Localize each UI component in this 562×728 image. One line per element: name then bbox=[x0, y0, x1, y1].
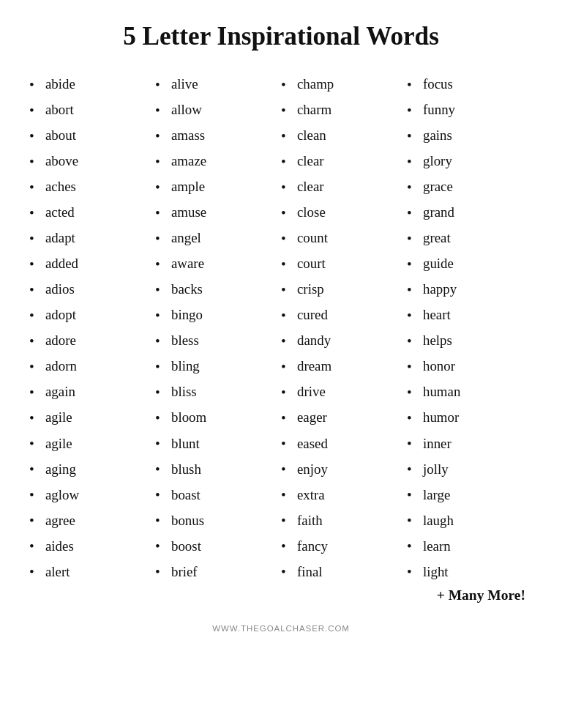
word-text: funny bbox=[423, 98, 455, 122]
list-item: •aches bbox=[29, 174, 155, 200]
list-item: •adorn bbox=[29, 354, 155, 379]
word-text: crisp bbox=[297, 278, 324, 301]
bullet-icon: • bbox=[29, 175, 42, 199]
bullet-icon: • bbox=[407, 73, 420, 97]
bullet-icon: • bbox=[155, 278, 168, 302]
list-item: •champ bbox=[281, 72, 407, 97]
list-item: •clear bbox=[281, 149, 407, 174]
word-text: bliss bbox=[171, 380, 197, 404]
list-item: •adopt bbox=[29, 302, 155, 328]
list-item: •focus bbox=[407, 72, 533, 97]
list-item: •inner bbox=[407, 431, 533, 456]
word-text: abide bbox=[45, 73, 75, 96]
bullet-icon: • bbox=[29, 303, 42, 327]
word-text: guide bbox=[423, 252, 454, 275]
page-title: 5 Letter Inspirational Words bbox=[123, 22, 439, 51]
bullet-icon: • bbox=[281, 406, 294, 430]
bullet-icon: • bbox=[29, 431, 42, 456]
bullet-icon: • bbox=[407, 226, 420, 250]
list-item: •amuse bbox=[155, 200, 281, 226]
word-text: adore bbox=[45, 329, 76, 352]
column-1: •abide•abort•about•above•aches•acted•ada… bbox=[29, 72, 155, 584]
bullet-icon: • bbox=[407, 534, 420, 558]
list-item: •amass bbox=[155, 123, 281, 149]
list-item: •final bbox=[281, 559, 407, 584]
word-text: boast bbox=[171, 483, 201, 507]
bullet-icon: • bbox=[155, 73, 168, 97]
list-item: •enjoy bbox=[281, 456, 407, 482]
list-item: •bingo bbox=[155, 302, 281, 328]
list-item: •blush bbox=[155, 456, 281, 482]
bullet-icon: • bbox=[281, 457, 294, 481]
bullet-icon: • bbox=[155, 226, 168, 250]
list-item: •abort bbox=[29, 97, 155, 123]
list-item: •bling bbox=[155, 354, 281, 379]
bullet-icon: • bbox=[155, 380, 168, 404]
word-text: adorn bbox=[45, 354, 77, 378]
bullet-icon: • bbox=[155, 354, 168, 379]
list-item: •bliss bbox=[155, 379, 281, 405]
list-item: •light bbox=[407, 559, 533, 584]
word-text: honor bbox=[423, 354, 455, 378]
word-text: clear bbox=[297, 175, 324, 198]
word-text: grace bbox=[423, 175, 453, 198]
word-text: drive bbox=[297, 380, 326, 404]
list-item: •eager bbox=[281, 405, 407, 431]
word-text: inner bbox=[423, 432, 452, 456]
word-text: alive bbox=[171, 73, 198, 96]
list-item: •alert bbox=[29, 559, 155, 584]
list-item: •aware bbox=[155, 251, 281, 277]
list-item: •honor bbox=[407, 354, 533, 379]
bullet-icon: • bbox=[29, 98, 42, 122]
list-item: •clean bbox=[281, 123, 407, 149]
list-item: •ample bbox=[155, 174, 281, 200]
list-item: •grand bbox=[407, 200, 533, 226]
word-text: fancy bbox=[297, 535, 328, 558]
list-item: •aides bbox=[29, 533, 155, 559]
bullet-icon: • bbox=[155, 431, 168, 456]
list-item: •fancy bbox=[281, 533, 407, 559]
list-item: •backs bbox=[155, 277, 281, 302]
list-item: •gains bbox=[407, 123, 533, 149]
bullet-icon: • bbox=[281, 354, 294, 379]
list-item: •alive bbox=[155, 72, 281, 97]
list-item: •angel bbox=[155, 226, 281, 251]
bullet-icon: • bbox=[281, 201, 294, 225]
list-item: •about bbox=[29, 123, 155, 149]
bullet-icon: • bbox=[155, 508, 168, 532]
bullet-icon: • bbox=[281, 560, 294, 584]
bullet-icon: • bbox=[29, 534, 42, 558]
word-text: learn bbox=[423, 535, 451, 558]
word-text: adapt bbox=[45, 226, 75, 250]
list-item: •heart bbox=[407, 302, 533, 328]
word-text: brief bbox=[171, 560, 198, 584]
word-text: dream bbox=[297, 354, 331, 378]
word-text: eased bbox=[297, 432, 328, 456]
bullet-icon: • bbox=[155, 483, 168, 507]
bullet-icon: • bbox=[155, 303, 168, 327]
word-text: light bbox=[423, 560, 449, 584]
list-item: •allow bbox=[155, 97, 281, 123]
bullet-icon: • bbox=[155, 560, 168, 584]
list-item: •adios bbox=[29, 277, 155, 302]
list-item: •dandy bbox=[281, 328, 407, 354]
bullet-icon: • bbox=[155, 406, 168, 430]
list-item: •guide bbox=[407, 251, 533, 277]
word-text: bless bbox=[171, 329, 199, 352]
word-text: eager bbox=[297, 406, 327, 429]
bullet-icon: • bbox=[155, 175, 168, 199]
bullet-icon: • bbox=[155, 534, 168, 558]
list-item: •above bbox=[29, 149, 155, 174]
more-text: + Many More! bbox=[29, 587, 533, 603]
bullet-icon: • bbox=[29, 201, 42, 225]
word-text: aches bbox=[45, 175, 76, 198]
bullet-icon: • bbox=[407, 252, 420, 276]
word-text: grand bbox=[423, 201, 454, 224]
word-text: heart bbox=[423, 303, 451, 327]
word-text: allow bbox=[171, 98, 202, 122]
bullet-icon: • bbox=[407, 149, 420, 174]
word-text: helps bbox=[423, 329, 452, 352]
word-text: laugh bbox=[423, 509, 454, 532]
word-text: aides bbox=[45, 535, 74, 558]
word-text: gains bbox=[423, 124, 452, 147]
